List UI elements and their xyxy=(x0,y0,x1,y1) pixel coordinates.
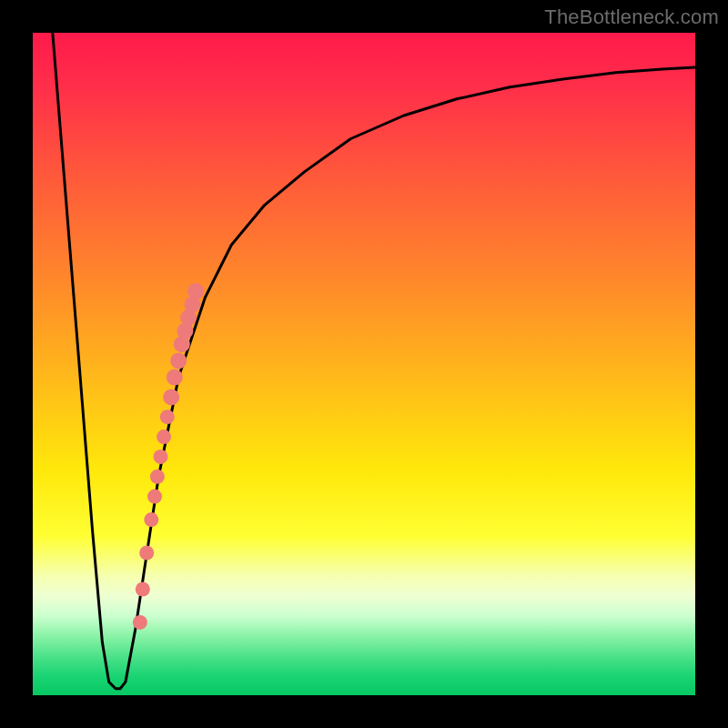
highlight-dot xyxy=(139,546,154,561)
plot-area xyxy=(33,33,695,695)
chart-frame: TheBottleneck.com xyxy=(0,0,728,728)
highlight-dot xyxy=(136,582,150,597)
highlight-dot xyxy=(163,389,179,405)
highlight-dot xyxy=(150,470,165,484)
watermark-text: TheBottleneck.com xyxy=(544,5,719,29)
highlight-dot xyxy=(160,410,175,424)
highlight-dot xyxy=(157,430,171,444)
highlight-dot xyxy=(154,450,168,464)
highlight-dot xyxy=(147,490,162,504)
highlight-dot xyxy=(133,615,147,630)
highlight-dot xyxy=(144,512,158,527)
chart-svg xyxy=(33,33,695,695)
highlight-dot xyxy=(170,352,187,369)
highlight-dot xyxy=(167,369,183,386)
highlight-dot xyxy=(187,283,204,299)
